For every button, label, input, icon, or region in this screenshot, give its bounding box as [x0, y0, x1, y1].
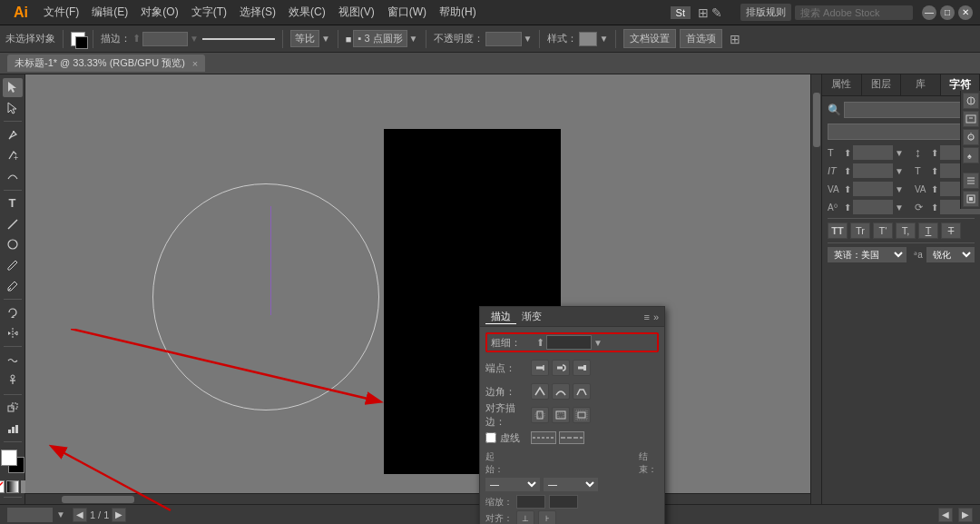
scale-end-input[interactable]: 100%	[549, 495, 578, 509]
fill-swatch[interactable]	[71, 32, 85, 46]
tt-btn-5[interactable]: T	[918, 222, 938, 239]
menu-select[interactable]: 选择(S)	[240, 5, 276, 20]
corner-bevel[interactable]	[573, 383, 591, 400]
tool-text[interactable]: T	[3, 193, 23, 213]
menu-help[interactable]: 帮助(H)	[439, 5, 476, 20]
corner-round[interactable]	[552, 383, 570, 400]
dash-checkbox[interactable]	[485, 432, 496, 443]
arrow-end-select[interactable]: —	[544, 478, 598, 491]
page-next-button[interactable]: ▶	[958, 508, 973, 522]
horizontal-scroll-thumb[interactable]	[62, 496, 134, 503]
menu-effect[interactable]: 效果(C)	[289, 5, 326, 20]
endpoint-square[interactable]	[573, 360, 591, 376]
menu-object[interactable]: 对象(O)	[141, 5, 178, 20]
fill-color-swatch[interactable]	[1, 450, 17, 466]
tool-mirror[interactable]	[3, 324, 23, 343]
tt-btn-1[interactable]: TT	[828, 222, 848, 239]
baseline-down[interactable]: ▼	[895, 203, 904, 213]
minimize-button[interactable]: —	[922, 5, 936, 20]
kerning-down[interactable]: ▼	[895, 184, 904, 194]
stroke-weight-input[interactable]: 2 pt	[546, 335, 592, 350]
side-icon-1[interactable]	[963, 93, 979, 109]
document-tab[interactable]: 未标题-1* @ 33.33% (RGB/GPU 预览) ×	[7, 54, 205, 72]
panel-tab-gradient[interactable]: 渐变	[516, 310, 547, 323]
tool-graph[interactable]	[3, 419, 23, 438]
align-center[interactable]	[531, 407, 549, 423]
tool-width[interactable]	[3, 351, 23, 370]
vertical-scroll-thumb[interactable]	[813, 93, 820, 147]
corner-miter[interactable]	[531, 383, 549, 400]
panel-collapse-icon[interactable]: »	[653, 311, 659, 322]
scale-h-down[interactable]: ▼	[895, 166, 904, 176]
stroke-swatch[interactable]	[75, 36, 88, 49]
tt-btn-4[interactable]: T,	[896, 222, 916, 239]
style-swatch[interactable]	[579, 32, 597, 46]
align-outside[interactable]	[573, 407, 591, 423]
menu-window[interactable]: 窗口(W)	[387, 5, 426, 20]
doc-settings-button[interactable]: 文档设置	[623, 29, 676, 48]
scale-start-input[interactable]: 100%	[516, 495, 545, 509]
side-icon-5[interactable]	[963, 173, 979, 189]
side-icon-6[interactable]	[963, 191, 979, 207]
kerning-input[interactable]: 自动	[853, 182, 893, 196]
menu-text[interactable]: 文字(T)	[191, 5, 227, 20]
baseline-input[interactable]: 0 pt	[853, 200, 893, 214]
arrow-align-btn-2[interactable]: ⊦	[538, 510, 556, 524]
points-label[interactable]: ▪ 3 点圆形	[353, 30, 407, 47]
font-size-input[interactable]: 12 pt	[853, 145, 893, 160]
preferences-button[interactable]: 首选项	[680, 29, 722, 48]
gradient-swatch[interactable]	[6, 480, 19, 493]
aa-select[interactable]: 锐化	[926, 247, 975, 262]
language-select[interactable]: 英语：美国	[828, 247, 906, 262]
endpoint-butt[interactable]	[531, 360, 549, 376]
tt-btn-3[interactable]: T'	[873, 222, 893, 239]
page-prev-button[interactable]: ◀	[938, 508, 953, 522]
tool-scale[interactable]	[3, 399, 23, 418]
font-name-input[interactable]: Adobe 宋体 Std L	[844, 102, 978, 118]
tool-pencil[interactable]	[3, 276, 23, 295]
side-icon-3[interactable]	[963, 129, 979, 145]
menu-view[interactable]: 视图(V)	[338, 5, 375, 20]
side-icon-4[interactable]: ♠	[963, 147, 979, 163]
panel-tab-stroke[interactable]: 描边	[485, 310, 516, 324]
menu-edit[interactable]: 编辑(E)	[92, 5, 128, 20]
maximize-button[interactable]: □	[940, 5, 955, 20]
tt-btn-6[interactable]: T	[941, 222, 961, 239]
search-input[interactable]	[795, 5, 913, 20]
side-icon-2[interactable]	[963, 111, 979, 127]
tool-curvature[interactable]	[3, 167, 23, 186]
close-button[interactable]: ✕	[958, 5, 973, 20]
document-tab-close[interactable]: ×	[192, 58, 198, 69]
tool-direct-select[interactable]	[3, 99, 23, 118]
vertical-scrollbar[interactable]	[810, 74, 821, 504]
size-down-icon[interactable]: ▼	[895, 148, 904, 158]
tt-btn-2[interactable]: Tr	[850, 222, 870, 239]
arrow-align-btn-1[interactable]: ⊥	[516, 510, 534, 524]
menu-file[interactable]: 文件(F)	[44, 5, 79, 20]
none-swatch[interactable]	[0, 480, 5, 493]
nav-next-button[interactable]: ▶	[112, 508, 126, 522]
tab-layer[interactable]: 图层	[862, 74, 902, 95]
tab-attr[interactable]: 属性	[822, 74, 862, 95]
dash-style-2[interactable]	[559, 431, 584, 444]
tool-select[interactable]	[3, 78, 23, 97]
tool-paintbrush[interactable]	[3, 256, 23, 275]
scale-h-input[interactable]: 100%	[853, 163, 893, 178]
opacity-input[interactable]: 100%	[485, 32, 522, 46]
dash-style-1[interactable]	[531, 431, 556, 444]
line-style-select[interactable]: 等比	[290, 30, 319, 47]
tool-ellipse[interactable]	[3, 235, 23, 254]
panel-menu-icon[interactable]: ≡	[643, 311, 649, 322]
sort-label[interactable]: 排版规则	[740, 4, 791, 21]
endpoint-round[interactable]	[552, 360, 570, 376]
tool-puppet[interactable]	[3, 371, 23, 391]
horizontal-scrollbar[interactable]	[25, 493, 810, 504]
toolbar-more-icon[interactable]: ⊞	[730, 32, 740, 46]
zoom-dropdown[interactable]: ▼	[56, 509, 65, 519]
tool-pen[interactable]	[3, 125, 23, 144]
zoom-input[interactable]: 33.33%	[7, 508, 53, 522]
arrow-start-select[interactable]: —	[485, 478, 540, 491]
font-style-input[interactable]	[828, 124, 975, 140]
tool-add-anchor[interactable]: +	[3, 146, 23, 165]
tool-rotate[interactable]	[3, 303, 23, 322]
